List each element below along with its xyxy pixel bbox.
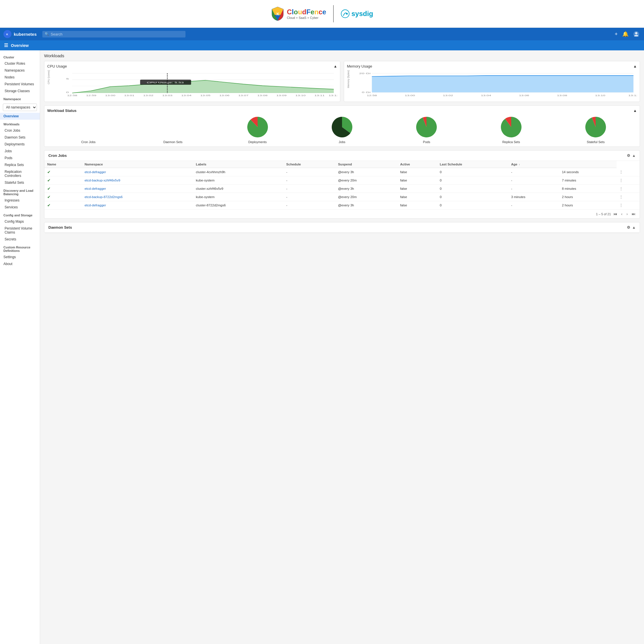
filter-icon[interactable]: ⚙ bbox=[627, 153, 630, 158]
sidebar-item-cron-jobs[interactable]: Cron Jobs bbox=[0, 127, 40, 134]
pie-svg bbox=[584, 116, 607, 139]
memory-chart-collapse[interactable]: ▲ bbox=[633, 64, 637, 68]
add-button[interactable]: + bbox=[613, 30, 619, 38]
search-bar[interactable]: 🔍 bbox=[42, 31, 185, 37]
pie-item[interactable]: Daemon Sets bbox=[161, 116, 184, 144]
sidebar-item-pods[interactable]: Pods bbox=[0, 155, 40, 161]
sidebar-item-pvc[interactable]: Persistent Volume Claims bbox=[0, 225, 40, 236]
svg-text:13:04: 13:04 bbox=[181, 94, 191, 96]
row-suspend: false bbox=[397, 185, 437, 193]
sidebar-item-nodes[interactable]: Nodes bbox=[0, 74, 40, 81]
col-header-age: Age ↑ bbox=[508, 161, 559, 168]
banner-divider bbox=[333, 5, 334, 22]
pie-label: Replica Sets bbox=[502, 140, 520, 144]
sidebar-item-replica-sets[interactable]: Replica Sets bbox=[0, 161, 40, 168]
sidebar-item-stateful-sets[interactable]: Stateful Sets bbox=[0, 179, 40, 186]
sidebar-item-jobs[interactable]: Jobs bbox=[0, 148, 40, 155]
daemon-sets-table-card: Daemon Sets ⚙ ▲ bbox=[44, 222, 640, 233]
notifications-button[interactable]: 🔔 bbox=[621, 30, 630, 38]
pie-item[interactable]: Replica Sets bbox=[500, 116, 523, 144]
app-title: kubernetes bbox=[14, 32, 37, 37]
row-namespace: cluster-4cvhhmzh9h bbox=[193, 168, 283, 176]
cpu-chart-collapse[interactable]: ▲ bbox=[333, 64, 337, 68]
pagination-first[interactable]: ⏮ bbox=[612, 211, 619, 217]
sidebar-item-overview[interactable]: Overview bbox=[0, 113, 40, 120]
svg-text:CPU Usage: 5.53: CPU Usage: 5.53 bbox=[147, 81, 184, 84]
row-more[interactable]: ⋮ bbox=[617, 168, 640, 176]
table-row: ✔ etcd-backup-xzhf46v5v9 kube-system - @… bbox=[44, 176, 640, 185]
svg-text:13:12: 13:12 bbox=[329, 94, 337, 96]
workload-status-collapse[interactable]: ▲ bbox=[633, 108, 637, 113]
sidebar-item-storage-classes[interactable]: Storage Classes bbox=[0, 88, 40, 94]
pie-item[interactable]: Cron Jobs bbox=[77, 116, 100, 144]
row-name[interactable]: etcd-defragger bbox=[82, 168, 193, 176]
row-name[interactable]: etcd-defragger bbox=[82, 185, 193, 193]
sidebar-item-config-maps[interactable]: Config Maps bbox=[0, 218, 40, 225]
svg-text:K: K bbox=[276, 12, 279, 16]
daemon-sets-collapse[interactable]: ▲ bbox=[632, 225, 636, 230]
row-name[interactable]: etcd-backup-8722d2mgs6 bbox=[82, 193, 193, 201]
svg-text:5: 5 bbox=[66, 78, 69, 80]
pagination-next[interactable]: › bbox=[625, 211, 629, 217]
svg-text:13:08: 13:08 bbox=[257, 94, 268, 96]
svg-text:13:06: 13:06 bbox=[519, 94, 529, 96]
daemon-sets-filter-icon[interactable]: ⚙ bbox=[627, 225, 630, 230]
top-banner: K CloudFence Cloud + SaaS + Cyber sysdig bbox=[0, 0, 644, 28]
cron-jobs-icons: ⚙ ▲ bbox=[627, 153, 636, 158]
svg-text:K: K bbox=[6, 33, 8, 36]
pie-item[interactable]: Jobs bbox=[331, 116, 353, 144]
row-labels: - bbox=[283, 185, 335, 193]
sysdig-icon bbox=[341, 9, 350, 18]
row-namespace: cluster-8722d2mgs6 bbox=[193, 201, 283, 210]
pie-label: Pods bbox=[423, 140, 430, 144]
namespace-select[interactable]: All namespaces bbox=[3, 104, 37, 111]
col-header-name: Name bbox=[44, 161, 82, 168]
sidebar-item-ingresses[interactable]: Ingresses bbox=[0, 197, 40, 204]
row-name[interactable]: etcd-backup-xzhf46v5v9 bbox=[82, 176, 193, 185]
overview-title: Overview bbox=[11, 43, 29, 48]
menu-icon[interactable]: ☰ bbox=[4, 43, 8, 48]
row-more[interactable]: ⋮ bbox=[617, 176, 640, 185]
cron-jobs-collapse[interactable]: ▲ bbox=[632, 153, 636, 158]
sidebar-item-replication-controllers[interactable]: Replication Controllers bbox=[0, 168, 40, 179]
sidebar-item-services[interactable]: Services bbox=[0, 204, 40, 211]
sidebar-item-deployments[interactable]: Deployments bbox=[0, 141, 40, 148]
svg-text:13:11: 13:11 bbox=[314, 94, 325, 96]
row-active: 0 bbox=[437, 193, 508, 201]
pie-item[interactable]: Stateful Sets bbox=[584, 116, 607, 144]
config-storage-title: Config and Storage bbox=[0, 211, 40, 218]
cpu-chart-title: CPU Usage bbox=[47, 64, 67, 68]
sidebar-item-cluster-roles[interactable]: Cluster Roles bbox=[0, 60, 40, 67]
pie-item[interactable]: Pods bbox=[415, 116, 438, 144]
sysdig-logo: sysdig bbox=[341, 9, 373, 18]
cloudfence-sub: Cloud + SaaS + Cyber bbox=[287, 16, 326, 19]
row-name[interactable]: etcd-defragger bbox=[82, 201, 193, 210]
sidebar-item-settings[interactable]: Settings bbox=[0, 254, 40, 260]
pie-item[interactable]: Deployments bbox=[246, 116, 269, 144]
account-button[interactable] bbox=[632, 30, 641, 38]
row-labels: - bbox=[283, 176, 335, 185]
search-icon: 🔍 bbox=[45, 32, 49, 36]
row-age: 2 hours bbox=[559, 201, 616, 210]
cron-jobs-header: Cron Jobs ⚙ ▲ bbox=[44, 151, 640, 161]
search-input[interactable] bbox=[51, 32, 183, 36]
row-more[interactable]: ⋮ bbox=[617, 201, 640, 210]
row-more[interactable]: ⋮ bbox=[617, 193, 640, 201]
status-icon: ✔ bbox=[47, 195, 51, 199]
pie-charts-row: Cron Jobs Daemon Sets Deployments Jobs P… bbox=[47, 116, 637, 144]
row-suspend: false bbox=[397, 193, 437, 201]
cpu-chart-header: CPU Usage ▲ bbox=[47, 64, 337, 68]
row-schedule: @every 20m bbox=[335, 176, 397, 185]
row-more[interactable]: ⋮ bbox=[617, 185, 640, 193]
pagination-last[interactable]: ⏭ bbox=[630, 211, 637, 217]
svg-text:13:02: 13:02 bbox=[443, 94, 453, 96]
sidebar-item-persistent-volumes[interactable]: Persistent Volumes bbox=[0, 81, 40, 88]
sidebar-item-secrets[interactable]: Secrets bbox=[0, 236, 40, 243]
row-suspend: false bbox=[397, 201, 437, 210]
pagination-prev[interactable]: ‹ bbox=[620, 211, 624, 217]
sidebar-item-namespaces[interactable]: Namespaces bbox=[0, 67, 40, 74]
row-age: 2 hours bbox=[559, 193, 616, 201]
sidebar-item-daemon-sets[interactable]: Daemon Sets bbox=[0, 134, 40, 141]
sidebar-item-about[interactable]: About bbox=[0, 260, 40, 267]
svg-text:13:10: 13:10 bbox=[595, 94, 605, 96]
